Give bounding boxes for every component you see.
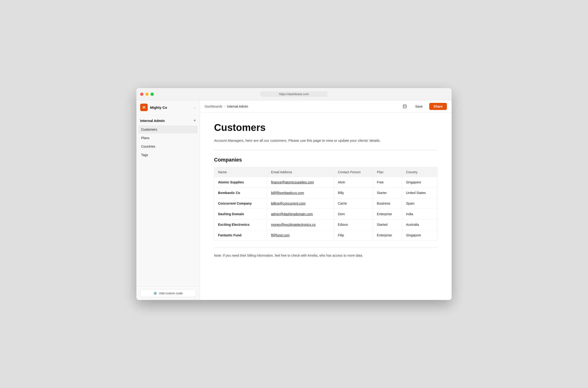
sidebar-section-title: Internal Admin: [140, 119, 165, 123]
code-icon: ⚙️: [153, 291, 157, 295]
divider-top: [214, 150, 437, 150]
companies-table: Name Email Address Contact Person Plan C…: [214, 167, 437, 241]
cell-email[interactable]: admin@dashingdomain.com: [267, 209, 334, 219]
sidebar-nav: Customers Plans Countries Tags: [136, 124, 200, 286]
header-bar: Dashboards › Internal Admin Save Share: [200, 100, 452, 113]
titlebar: https://dashibase.com: [136, 88, 452, 100]
cell-name: Fantastic Fund: [214, 230, 267, 240]
table-row[interactable]: Fantastic Fund ff@fund.com Filip Enterpr…: [214, 230, 437, 240]
cell-plan: Started: [373, 219, 402, 230]
cell-contact: Edison: [334, 219, 373, 230]
breadcrumb-root[interactable]: Dashboards: [205, 104, 222, 108]
col-header-country: Country: [402, 167, 437, 177]
table-row[interactable]: Concurrent Company billing@concurrent.co…: [214, 198, 437, 209]
cell-contact: Filip: [334, 230, 373, 240]
database-icon[interactable]: [401, 103, 409, 110]
main-content: Customers Account Managers, here are all…: [200, 113, 452, 300]
cell-contact: Billy: [334, 187, 373, 198]
table-row[interactable]: Exciting Electronics money@excitingelect…: [214, 219, 437, 230]
app-layout: M Mighty Co ⌄ Internal Admin + Customers…: [136, 100, 452, 300]
cell-plan: Enterprise: [373, 230, 402, 240]
save-button[interactable]: Save: [411, 103, 426, 110]
cell-name: Atomic Supplies: [214, 177, 267, 187]
col-header-name: Name: [214, 167, 267, 177]
breadcrumb-current: Internal Admin: [227, 104, 248, 108]
add-custom-code-button[interactable]: ⚙️ Add custom code: [140, 289, 196, 297]
sidebar-item-plans[interactable]: Plans: [138, 134, 198, 142]
cell-plan: Business: [373, 198, 402, 209]
cell-country: United States: [402, 187, 437, 198]
sidebar-item-tags[interactable]: Tags: [138, 151, 198, 159]
cell-name: Bombastic Co: [214, 187, 267, 198]
app-window: https://dashibase.com M Mighty Co ⌄ Inte…: [136, 88, 452, 300]
table-header-row: Name Email Address Contact Person Plan C…: [214, 167, 437, 177]
companies-section-title: Companies: [214, 157, 437, 163]
share-button[interactable]: Share: [429, 103, 447, 110]
header-actions: Save Share: [401, 103, 447, 110]
page-description: Account Managers, here are all our custo…: [214, 138, 437, 143]
cell-plan: Enterprise: [373, 209, 402, 219]
cell-country: India: [402, 209, 437, 219]
footer-note: Note: If you need their billing informat…: [214, 253, 437, 258]
cell-country: Australia: [402, 219, 437, 230]
org-avatar: M: [140, 104, 148, 111]
cell-contact: Carrie: [334, 198, 373, 209]
table-row[interactable]: Atomic Supplies finance@atomicsupplies.c…: [214, 177, 437, 187]
cell-contact: Alvin: [334, 177, 373, 187]
cell-email[interactable]: ff@fund.com: [267, 230, 334, 240]
minimize-button[interactable]: [145, 93, 149, 96]
col-header-email: Email Address: [267, 167, 334, 177]
cell-email[interactable]: billing@concurrent.com: [267, 198, 334, 209]
org-switcher[interactable]: M Mighty Co ⌄: [136, 100, 200, 115]
traffic-lights: [140, 93, 154, 96]
sidebar-item-countries[interactable]: Countries: [138, 143, 198, 150]
col-header-plan: Plan: [373, 167, 402, 177]
cell-name: Concurrent Company: [214, 198, 267, 209]
cell-contact: Dom: [334, 209, 373, 219]
page-title: Customers: [214, 122, 437, 133]
table-row[interactable]: Dashing Domain admin@dashingdomain.com D…: [214, 209, 437, 219]
app-container: Dashboards › Internal Admin Save Share: [200, 100, 452, 300]
breadcrumb-separator: ›: [224, 105, 225, 108]
cell-name: Exciting Electronics: [214, 219, 267, 230]
cell-country: Singapore: [402, 230, 437, 240]
url-text[interactable]: https://dashibase.com: [260, 91, 328, 97]
sidebar-section-header: Internal Admin +: [136, 115, 200, 124]
add-custom-code-label: Add custom code: [159, 291, 182, 295]
cell-email[interactable]: money@excitingelectronics.co: [267, 219, 334, 230]
cell-plan: Starter: [373, 187, 402, 198]
col-header-contact: Contact Person: [334, 167, 373, 177]
cell-country: Spain: [402, 198, 437, 209]
divider-bottom: [214, 247, 437, 247]
breadcrumb: Dashboards › Internal Admin: [205, 104, 401, 108]
close-button[interactable]: [140, 93, 143, 96]
table-row[interactable]: Bombastic Co bill@bombasticco.com Billy …: [214, 187, 437, 198]
svg-point-0: [403, 104, 406, 106]
maximize-button[interactable]: [151, 93, 154, 96]
cell-country: Singapore: [402, 177, 437, 187]
sidebar-item-customers[interactable]: Customers: [138, 125, 198, 133]
cell-email[interactable]: finance@atomicsupplies.com: [267, 177, 334, 187]
url-bar: https://dashibase.com: [140, 91, 448, 97]
org-name: Mighty Co: [150, 105, 194, 109]
cell-name: Dashing Domain: [214, 209, 267, 219]
sidebar-footer: ⚙️ Add custom code: [136, 286, 200, 300]
cell-plan: Free: [373, 177, 402, 187]
chevron-down-icon: ⌄: [194, 106, 196, 109]
cell-email[interactable]: bill@bombasticco.com: [267, 187, 334, 198]
add-page-button[interactable]: +: [193, 119, 196, 123]
sidebar: M Mighty Co ⌄ Internal Admin + Customers…: [136, 100, 200, 300]
